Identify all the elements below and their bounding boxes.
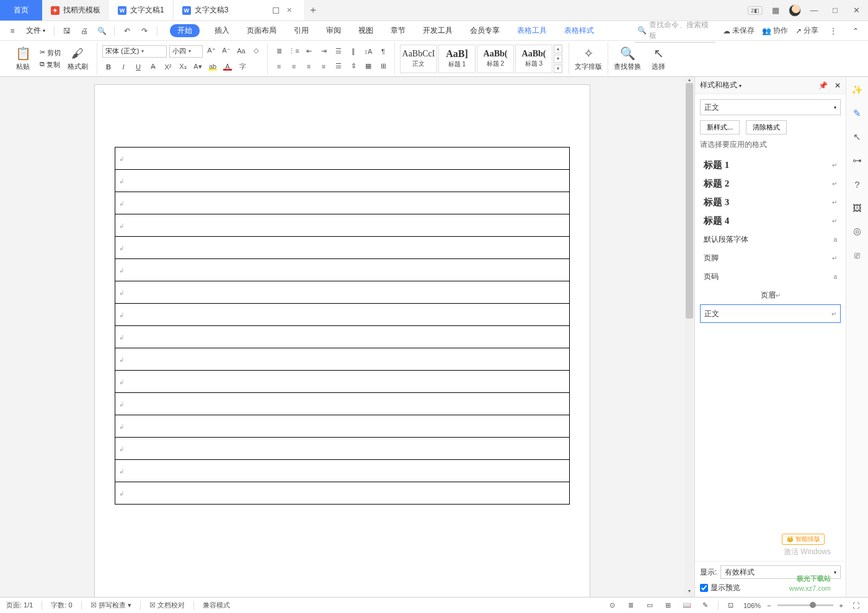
change-case-icon[interactable]: Aa: [235, 45, 247, 56]
tab-review[interactable]: 审阅: [324, 23, 343, 38]
style-normal[interactable]: AaBbCcI正文: [400, 45, 437, 73]
pen-icon[interactable]: ✎: [851, 107, 864, 120]
print-icon[interactable]: 🖨: [77, 24, 92, 38]
table-row[interactable]: ↲: [115, 304, 570, 326]
style-item[interactable]: 标题 4↵: [700, 211, 841, 230]
proofread-button[interactable]: ☒ 文档校对: [149, 601, 185, 610]
table-row[interactable]: ↲: [115, 259, 570, 281]
format-painter-button[interactable]: 🖌格式刷: [63, 43, 92, 74]
table-cell[interactable]: ↲: [115, 371, 570, 393]
sort-icon[interactable]: ☰: [332, 46, 345, 57]
pin-icon[interactable]: 📌: [818, 81, 828, 90]
table-row[interactable]: ↲: [115, 281, 570, 304]
table-row[interactable]: ↲: [115, 237, 570, 259]
style-item[interactable]: 标题 3↵: [700, 193, 841, 211]
subscript-button[interactable]: X₂: [177, 61, 189, 73]
table-row[interactable]: ↲: [115, 214, 570, 237]
tab-chapter[interactable]: 章节: [388, 23, 408, 38]
close-panel-icon[interactable]: ✕: [835, 81, 841, 90]
style-up-icon[interactable]: ▴: [554, 45, 562, 53]
clear-format-icon[interactable]: ◇: [250, 45, 262, 56]
tab-insert[interactable]: 插入: [212, 23, 232, 38]
indent-icon[interactable]: ⇥: [317, 46, 330, 57]
page-indicator[interactable]: 页面: 1/1: [6, 601, 33, 610]
vertical-scrollbar[interactable]: ▴ ▾: [684, 77, 694, 597]
new-style-button[interactable]: 新样式...: [700, 120, 740, 135]
view-outline-icon[interactable]: ≣: [625, 600, 637, 611]
image-icon[interactable]: 🖼: [851, 201, 864, 214]
table-cell[interactable]: ↲: [115, 326, 570, 348]
table-row[interactable]: ↲: [115, 438, 570, 460]
view-web-icon[interactable]: ⊞: [662, 600, 675, 611]
apps-icon[interactable]: ▦: [768, 2, 784, 19]
window-count-badge[interactable]: 2◧: [748, 6, 763, 15]
share-button[interactable]: ↗分享: [795, 25, 818, 36]
superscript-button[interactable]: X²: [162, 61, 174, 73]
style-item[interactable]: 页脚↵: [700, 249, 841, 267]
table-cell[interactable]: ↲: [115, 304, 570, 326]
target-icon[interactable]: ◎: [851, 224, 864, 238]
view-dots-icon[interactable]: ⊙: [606, 600, 619, 611]
undo-icon[interactable]: ↶: [120, 24, 135, 38]
line-spacing-icon[interactable]: ‖: [347, 46, 360, 57]
fit-icon[interactable]: ⊡: [725, 600, 737, 611]
document-table[interactable]: ↲↲↲↲↲↲↲↲↲↲↲↲↲↲↲↲: [115, 147, 570, 505]
zoom-slider[interactable]: [777, 604, 833, 606]
paste-button[interactable]: 📋粘贴: [9, 43, 37, 74]
table-cell[interactable]: ↲: [115, 438, 570, 460]
style-item[interactable]: 默认段落字体a: [700, 230, 841, 249]
distribute-icon[interactable]: ☰: [332, 61, 345, 72]
phonetic-button[interactable]: 字: [236, 61, 249, 73]
find-replace-button[interactable]: 🔍查找替换: [613, 43, 642, 74]
decrease-font-icon[interactable]: A⁻: [220, 45, 232, 56]
close-button[interactable]: ✕: [848, 2, 864, 19]
minimize-button[interactable]: —: [806, 2, 822, 19]
style-item[interactable]: 标题 2↵: [700, 174, 841, 193]
style-item[interactable]: 正文↵: [700, 304, 841, 323]
tab-close-icon[interactable]: ✕: [286, 6, 295, 15]
clear-format-button[interactable]: 清除格式: [746, 120, 787, 135]
table-row[interactable]: ↲: [115, 148, 570, 170]
preview-icon[interactable]: 🔍: [94, 24, 109, 38]
text-layout-button[interactable]: ✧文字排版: [574, 43, 603, 74]
style-heading1[interactable]: AaB]标题 1: [438, 45, 476, 73]
save-icon[interactable]: 🖫: [60, 24, 74, 38]
fullscreen-icon[interactable]: ⛶: [849, 600, 862, 611]
table-cell[interactable]: ↲: [115, 415, 570, 438]
more-icon[interactable]: ⋮: [826, 24, 841, 38]
copy-button[interactable]: ⧉复制: [40, 60, 60, 69]
table-cell[interactable]: ↲: [115, 148, 570, 170]
highlight-button[interactable]: ab: [206, 61, 219, 73]
italic-button[interactable]: I: [117, 61, 130, 73]
zoom-in-button[interactable]: +: [839, 602, 843, 609]
increase-font-icon[interactable]: A⁺: [205, 45, 218, 56]
word-count[interactable]: 字数: 0: [51, 601, 72, 610]
menu-icon[interactable]: ≡: [5, 24, 20, 38]
font-size-select[interactable]: 小四▾: [169, 45, 203, 58]
font-color-button[interactable]: A: [221, 61, 234, 73]
magic-icon[interactable]: ✨: [851, 83, 864, 97]
scroll-down-icon[interactable]: ▾: [684, 588, 694, 597]
table-cell[interactable]: ↲: [115, 281, 570, 304]
table-row[interactable]: ↲: [115, 482, 570, 505]
show-preview-input[interactable]: [700, 584, 708, 592]
table-row[interactable]: ↲: [115, 192, 570, 214]
text-direction-icon[interactable]: ↕A: [362, 46, 374, 57]
collab-button[interactable]: 👥协作: [762, 25, 788, 36]
tab-table-style[interactable]: 表格样式: [562, 23, 596, 38]
table-cell[interactable]: ↲: [115, 170, 570, 192]
table-row[interactable]: ↲: [115, 371, 570, 393]
view-page-icon[interactable]: ▭: [644, 600, 656, 611]
table-row[interactable]: ↲: [115, 460, 570, 482]
tab-home[interactable]: 首页: [0, 0, 42, 20]
style-heading2[interactable]: AaBb(标题 2: [477, 45, 514, 73]
underline-button[interactable]: U: [132, 61, 144, 73]
scroll-thumb[interactable]: [686, 83, 693, 319]
tab-reference[interactable]: 引用: [291, 23, 311, 38]
table-cell[interactable]: ↲: [115, 482, 570, 505]
spacing-icon[interactable]: ⇕: [347, 61, 360, 72]
screen-icon[interactable]: ⎚: [851, 248, 864, 262]
shading-icon[interactable]: ▦: [362, 61, 374, 72]
outdent-icon[interactable]: ⇤: [303, 46, 315, 57]
bullet-list-icon[interactable]: ≣: [273, 46, 285, 57]
